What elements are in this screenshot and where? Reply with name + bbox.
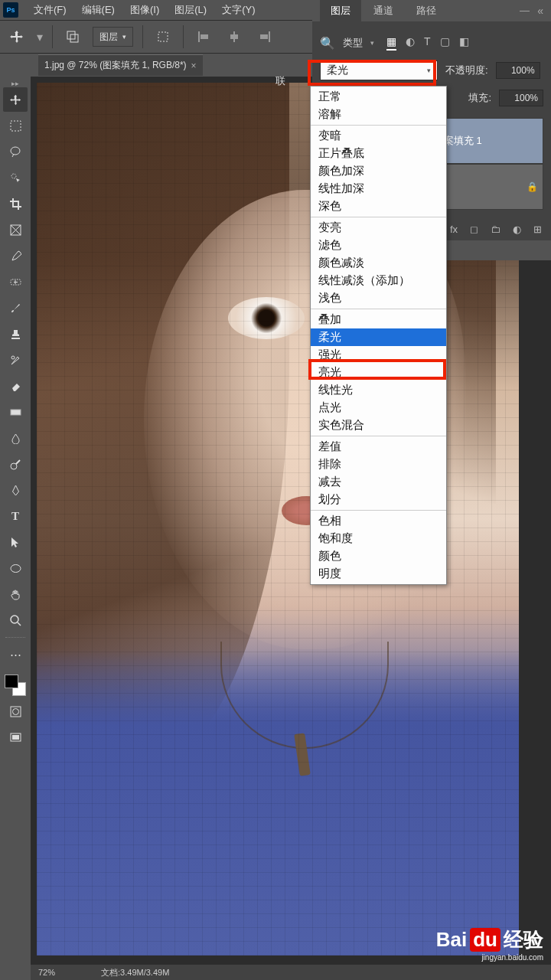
- tab-layers[interactable]: 图层: [320, 0, 361, 21]
- watermark: Baidu 经验 jingyan.baidu.com: [436, 926, 543, 962]
- blend-mode-option[interactable]: 减去: [311, 473, 446, 491]
- opacity-input[interactable]: [496, 62, 540, 79]
- blend-mode-option[interactable]: 差值: [311, 438, 446, 456]
- svg-point-14: [11, 356, 15, 359]
- tab-channels[interactable]: 通道: [363, 0, 404, 21]
- menu-item[interactable]: 图层(L): [167, 3, 214, 17]
- history-brush-tool[interactable]: [3, 348, 28, 372]
- blend-mode-option[interactable]: 饱和度: [311, 530, 446, 547]
- eraser-tool[interactable]: [3, 374, 28, 398]
- color-swatches[interactable]: [3, 673, 28, 697]
- blur-tool[interactable]: [3, 426, 28, 450]
- blend-mode-option[interactable]: 柔光: [311, 328, 446, 346]
- doc-size: 文档:3.49M/3.49M: [101, 967, 169, 978]
- toolbox: ▸▸ T ⋯: [0, 77, 31, 753]
- blend-mode-option[interactable]: 变亮: [311, 219, 446, 237]
- tab-paths[interactable]: 路径: [406, 0, 447, 21]
- filter-type-icon[interactable]: T: [424, 35, 431, 51]
- move-tool-indicator[interactable]: [6, 26, 28, 47]
- menu-item[interactable]: 文字(Y): [214, 3, 262, 17]
- gradient-tool[interactable]: [3, 400, 28, 424]
- close-icon[interactable]: ×: [191, 60, 197, 71]
- fill-input[interactable]: [499, 90, 543, 106]
- blend-mode-option[interactable]: 线性光: [311, 381, 446, 399]
- menu-item[interactable]: 文件(F): [26, 3, 74, 17]
- blend-mode-option[interactable]: 亮光: [311, 364, 446, 381]
- layer-mask-icon[interactable]: ◻: [470, 224, 478, 235]
- align-center-h-icon[interactable]: [223, 26, 245, 47]
- blend-mode-option[interactable]: 浅色: [311, 289, 446, 307]
- blend-mode-option[interactable]: 溶解: [311, 106, 446, 123]
- filter-adjust-icon[interactable]: ◐: [406, 35, 415, 51]
- blend-mode-option[interactable]: 强光: [311, 346, 446, 364]
- quick-mask-icon[interactable]: [3, 699, 28, 724]
- pen-tool[interactable]: [3, 478, 28, 502]
- panel-collapse-icon[interactable]: «: [537, 5, 543, 17]
- svg-point-18: [11, 564, 21, 572]
- lasso-tool[interactable]: [3, 139, 28, 164]
- zoom-level[interactable]: 72%: [38, 968, 55, 977]
- svg-rect-7: [269, 31, 270, 42]
- blend-mode-option[interactable]: 正常: [311, 88, 446, 106]
- fill-label: 填充:: [468, 91, 491, 105]
- layer-select-dropdown[interactable]: 图层 ▾: [93, 27, 133, 47]
- zoom-tool[interactable]: [3, 608, 28, 632]
- blend-mode-option[interactable]: 叠加: [311, 311, 446, 328]
- stamp-tool[interactable]: [3, 322, 28, 346]
- quick-select-tool[interactable]: [3, 165, 28, 190]
- new-adjustment-icon[interactable]: ◐: [513, 224, 521, 235]
- transform-controls-icon[interactable]: [152, 26, 174, 47]
- marquee-tool[interactable]: [3, 113, 28, 138]
- panel-minimize-icon[interactable]: —: [520, 5, 530, 16]
- move-tool[interactable]: [3, 87, 28, 112]
- blend-mode-option[interactable]: 滤色: [311, 237, 446, 254]
- dodge-tool[interactable]: [3, 452, 28, 476]
- blend-mode-option[interactable]: 线性减淡（添加）: [311, 272, 446, 289]
- brush-tool[interactable]: [3, 296, 28, 320]
- blend-mode-select[interactable]: 柔光 ▾: [320, 60, 438, 80]
- svg-rect-3: [198, 31, 200, 42]
- path-select-tool[interactable]: [3, 530, 28, 554]
- svg-rect-23: [12, 735, 19, 740]
- blend-mode-option[interactable]: 排除: [311, 456, 446, 473]
- svg-point-19: [11, 616, 18, 623]
- menu-item[interactable]: 图像(I): [122, 3, 167, 17]
- blend-mode-option[interactable]: 实色混合: [311, 416, 446, 434]
- eyedropper-tool[interactable]: [3, 243, 28, 268]
- svg-point-11: [11, 174, 16, 178]
- panel-tabs: 图层 通道 路径: [312, 0, 551, 21]
- blend-mode-option[interactable]: 色相: [311, 512, 446, 530]
- type-tool[interactable]: T: [3, 504, 28, 528]
- align-left-icon[interactable]: [193, 26, 214, 47]
- blend-mode-option[interactable]: 深色: [311, 198, 446, 215]
- blend-mode-option[interactable]: 明度: [311, 565, 446, 583]
- shape-tool[interactable]: [3, 556, 28, 580]
- auto-select-icon[interactable]: [62, 26, 83, 47]
- blend-mode-option[interactable]: 点光: [311, 399, 446, 416]
- menu-item[interactable]: 编辑(E): [74, 3, 122, 17]
- layer-style-icon[interactable]: fx: [450, 224, 458, 235]
- blend-mode-dropdown[interactable]: 正常溶解变暗正片叠底颜色加深线性加深深色变亮滤色颜色减淡线性减淡（添加）浅色叠加…: [310, 86, 447, 585]
- new-layer-icon[interactable]: ⊞: [533, 224, 542, 235]
- new-group-icon[interactable]: 🗀: [491, 224, 500, 235]
- blend-mode-option[interactable]: 颜色加深: [311, 162, 446, 180]
- opacity-label: 不透明度:: [445, 64, 488, 77]
- screen-mode-icon[interactable]: [3, 725, 28, 750]
- blend-mode-option[interactable]: 颜色减淡: [311, 254, 446, 272]
- filter-smart-icon[interactable]: ◧: [459, 35, 469, 51]
- blend-mode-option[interactable]: 颜色: [311, 547, 446, 565]
- frame-tool[interactable]: [3, 217, 28, 242]
- blend-mode-option[interactable]: 划分: [311, 491, 446, 508]
- align-right-icon[interactable]: [254, 26, 276, 47]
- healing-tool[interactable]: [3, 270, 28, 294]
- hand-tool[interactable]: [3, 582, 28, 606]
- crop-tool[interactable]: [3, 191, 28, 216]
- filter-pixel-icon[interactable]: ▦: [386, 35, 396, 51]
- filter-shape-icon[interactable]: ▢: [440, 35, 450, 51]
- document-tab[interactable]: 1.jpg @ 72% (图案填充 1, RGB/8*) ×: [38, 54, 203, 76]
- blend-mode-option[interactable]: 正片叠底: [311, 145, 446, 162]
- edit-toolbar-icon[interactable]: ⋯: [3, 642, 28, 667]
- blend-mode-option[interactable]: 变暗: [311, 127, 446, 145]
- foreground-color[interactable]: [5, 675, 18, 688]
- blend-mode-option[interactable]: 线性加深: [311, 180, 446, 198]
